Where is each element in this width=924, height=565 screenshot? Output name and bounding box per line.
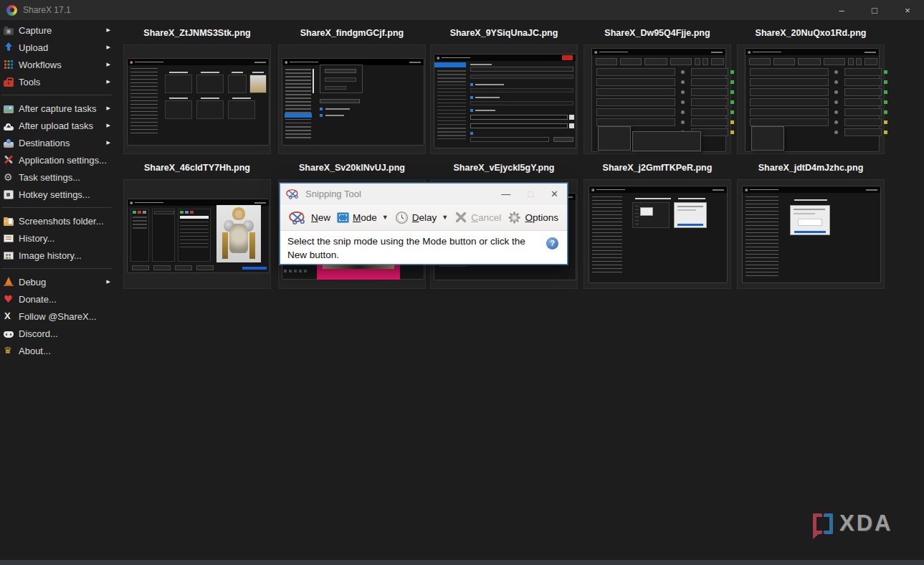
cancel-button: Cancel bbox=[454, 211, 501, 224]
submenu-arrow-icon: ▶ bbox=[107, 279, 110, 285]
thumbnail-sharex-two-thumbs[interactable] bbox=[584, 179, 731, 289]
sidebar-divider bbox=[1, 268, 112, 269]
options-gear-icon bbox=[508, 211, 521, 224]
thumbnail-image-effects[interactable] bbox=[123, 179, 271, 289]
submenu-arrow-icon: ▶ bbox=[107, 140, 110, 146]
sidebar-item-hotkey-settings[interactable]: Hotkey settings... bbox=[0, 186, 119, 203]
upload-arrow-icon bbox=[4, 42, 14, 52]
thumbnail-preview bbox=[742, 186, 881, 283]
snipping-tool-toolbar: New Mode ▼ Delay ▼ Cancel bbox=[280, 204, 567, 231]
thumbnail-filename: ShareX_jdtD4mJzhc.png bbox=[737, 163, 885, 173]
snipping-tool-window-controls: — □ ✕ bbox=[501, 189, 561, 199]
thumbnail-filename: ShareX_Sv20klNvUJ.png bbox=[278, 163, 426, 173]
sidebar-divider bbox=[1, 207, 112, 208]
delay-clock-icon bbox=[395, 211, 409, 224]
xda-watermark-text: XDA bbox=[839, 511, 892, 536]
bottom-edge-strip bbox=[0, 560, 924, 565]
sidebar-item-after-upload-tasks[interactable]: After upload tasks ▶ bbox=[0, 117, 119, 134]
thumbnail-sharex-gallery[interactable] bbox=[123, 44, 271, 154]
thumbnail-filename: ShareX_vEjyckl5gY.png bbox=[430, 163, 578, 173]
sidebar-item-after-capture-tasks[interactable]: After capture tasks ▶ bbox=[0, 100, 119, 117]
cloud-upload-icon bbox=[4, 126, 14, 130]
workflow-grid-icon bbox=[4, 60, 14, 70]
window-controls: – □ × bbox=[825, 0, 924, 20]
traffic-cone-icon bbox=[4, 277, 14, 287]
thumbnail-preview bbox=[591, 48, 726, 152]
x-logo-icon bbox=[4, 311, 14, 321]
delay-dropdown-arrow-icon: ▼ bbox=[442, 214, 448, 221]
app-titlebar: ShareX 17.1 – □ × bbox=[0, 0, 924, 20]
submenu-arrow-icon: ▶ bbox=[107, 62, 110, 67]
crown-icon bbox=[4, 346, 14, 356]
snip-maximize-button[interactable]: □ bbox=[528, 189, 533, 199]
new-snip-button[interactable]: New bbox=[289, 211, 330, 224]
toolbox-icon bbox=[4, 80, 14, 87]
heart-icon bbox=[4, 294, 14, 304]
scissors-icon bbox=[286, 189, 300, 199]
sidebar-item-debug[interactable]: Debug ▶ bbox=[0, 273, 119, 290]
thumbnail-filename: ShareX_20NuQxo1Rd.png bbox=[737, 28, 885, 38]
knight-portrait bbox=[216, 205, 261, 262]
upload-submenu bbox=[632, 131, 701, 151]
submenu-arrow-icon: ▶ bbox=[107, 105, 110, 111]
thumbnail-destination-settings[interactable] bbox=[278, 44, 426, 154]
thumbnail-preview bbox=[589, 186, 728, 283]
sidebar-item-workflows[interactable]: Workflows ▶ bbox=[0, 56, 119, 73]
discord-icon bbox=[4, 331, 14, 338]
keyboard-key-icon bbox=[4, 190, 14, 199]
thumbnail-preview bbox=[127, 199, 270, 273]
thumbnail-preview bbox=[745, 48, 880, 152]
thumbnail-sharex-one-thumb[interactable] bbox=[737, 179, 885, 289]
thumbnail-hotkey-settings-submenu[interactable] bbox=[584, 44, 731, 154]
minimize-button[interactable]: – bbox=[825, 0, 858, 20]
snipping-tool-titlebar: Snipping Tool — □ ✕ bbox=[280, 184, 567, 204]
help-icon[interactable]: ? bbox=[546, 237, 558, 250]
thumbnail-filename: ShareX_Dw95Q4Fjje.png bbox=[584, 28, 731, 38]
xda-watermark: XDA bbox=[813, 511, 892, 536]
snip-minimize-button[interactable]: — bbox=[501, 189, 510, 199]
sidebar-item-destinations[interactable]: Destinations ▶ bbox=[0, 134, 119, 151]
drive-icon bbox=[4, 142, 14, 148]
sharex-logo-icon bbox=[6, 5, 17, 16]
sidebar-item-upload[interactable]: Upload ▶ bbox=[0, 39, 119, 56]
sidebar-item-tools[interactable]: Tools ▶ bbox=[0, 73, 119, 90]
sidebar-item-about[interactable]: About... bbox=[0, 342, 119, 359]
xda-left-bracket-icon bbox=[813, 513, 822, 534]
submenu-arrow-icon: ▶ bbox=[107, 44, 110, 50]
delay-button[interactable]: Delay ▼ bbox=[395, 211, 448, 224]
photo-icon bbox=[4, 105, 14, 113]
new-scissors-icon bbox=[289, 211, 308, 224]
maximize-button[interactable]: □ bbox=[858, 0, 891, 20]
sidebar-item-history[interactable]: History... bbox=[0, 229, 119, 247]
app-title: ShareX 17.1 bbox=[23, 5, 71, 15]
thumbnail-preview bbox=[127, 58, 270, 146]
snipping-tool-message-area: Select the snip mode using the Mode butt… bbox=[280, 231, 567, 264]
context-menu bbox=[751, 126, 784, 151]
options-button[interactable]: Options bbox=[508, 211, 558, 224]
history-list-icon bbox=[4, 234, 14, 242]
mode-button[interactable]: Mode ▼ bbox=[337, 212, 389, 223]
close-button[interactable]: × bbox=[891, 0, 924, 20]
thumbnail-filename: ShareX_46cldTY7Hh.png bbox=[123, 163, 271, 173]
sidebar-item-image-history[interactable]: Image history... bbox=[0, 247, 119, 264]
sidebar-item-follow-sharex[interactable]: Follow @ShareX... bbox=[0, 308, 119, 325]
xda-right-bracket-icon bbox=[824, 513, 833, 534]
camera-icon bbox=[4, 28, 14, 35]
sidebar-item-task-settings[interactable]: Task settings... bbox=[0, 168, 119, 186]
folder-icon bbox=[4, 219, 14, 226]
thumbnail-filename: ShareX_9YSiqUnaJC.png bbox=[430, 28, 578, 38]
thumbnail-hotkey-settings-menu[interactable] bbox=[737, 44, 885, 154]
cancel-x-icon bbox=[454, 211, 467, 224]
thumbnail-filename: ShareX_ZtJNMS3Stk.png bbox=[123, 28, 271, 38]
sidebar-item-donate[interactable]: Donate... bbox=[0, 290, 119, 308]
thumbnail-preview bbox=[434, 54, 576, 148]
mode-icon bbox=[337, 212, 349, 223]
context-menu bbox=[598, 126, 631, 151]
sidebar-item-capture[interactable]: Capture ▶ bbox=[0, 22, 119, 39]
snip-close-button[interactable]: ✕ bbox=[551, 189, 558, 199]
sidebar-item-application-settings[interactable]: Application settings... bbox=[0, 151, 119, 168]
thumbnail-task-settings[interactable] bbox=[430, 44, 578, 154]
sidebar-item-discord[interactable]: Discord... bbox=[0, 325, 119, 342]
snip-mode-hint-text: Select the snip mode using the Mode butt… bbox=[287, 236, 525, 260]
sidebar-item-screenshots-folder[interactable]: Screenshots folder... bbox=[0, 212, 119, 229]
